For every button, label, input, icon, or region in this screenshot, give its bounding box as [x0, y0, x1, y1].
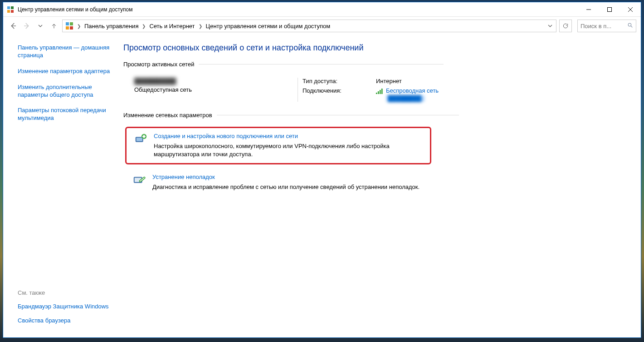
divider [298, 78, 298, 102]
sidebar-link-home[interactable]: Панель управления — домашняя страница [18, 44, 112, 59]
svg-rect-11 [70, 22, 73, 25]
task-description: Настройка широкополосного, коммутируемог… [154, 142, 423, 159]
task-list: Создание и настройка нового подключения … [123, 124, 459, 196]
control-panel-icon [65, 22, 73, 30]
active-networks-header: Просмотр активных сетей [123, 61, 459, 68]
svg-rect-12 [66, 26, 69, 30]
maximize-button[interactable] [599, 2, 620, 17]
task-title[interactable]: Создание и настройка нового подключения … [154, 133, 423, 139]
change-settings-header: Изменение сетевых параметров [123, 112, 459, 119]
see-also-browser[interactable]: Свойства браузера [18, 317, 112, 325]
svg-line-15 [631, 26, 632, 27]
navigation-bar: ❯ Панель управления ❯ Сеть и Интернет ❯ … [3, 17, 641, 35]
back-button[interactable] [8, 20, 19, 31]
address-bar[interactable]: ❯ Панель управления ❯ Сеть и Интернет ❯ … [62, 20, 556, 32]
network-center-window: Центр управления сетями и общим доступом… [3, 2, 641, 338]
svg-rect-24 [142, 136, 146, 137]
svg-rect-5 [608, 7, 612, 11]
change-settings-title: Изменение сетевых параметров [123, 112, 212, 119]
connection-link[interactable]: Беспроводная сеть [386, 87, 439, 94]
network-name: ██████████ [134, 78, 293, 84]
active-network-block: ██████████ Общедоступная сеть Тип доступ… [123, 73, 459, 112]
titlebar: Центр управления сетями и общим доступом [3, 2, 641, 17]
search-box[interactable] [577, 20, 636, 32]
recent-dropdown[interactable] [35, 20, 46, 31]
task-new-connection[interactable]: Создание и настройка нового подключения … [125, 127, 431, 164]
window-controls [578, 2, 641, 17]
chevron-right-icon: ❯ [199, 24, 202, 29]
up-button[interactable] [49, 20, 59, 31]
network-category: Общедоступная сеть [134, 86, 293, 93]
divider [199, 64, 444, 64]
sidebar-link-adapter[interactable]: Изменение параметров адаптера [18, 68, 112, 75]
main-content: Просмотр основных сведений о сети и наст… [119, 35, 641, 337]
connection-cell: Беспроводная сеть ████████) [376, 87, 439, 102]
new-connection-icon [134, 133, 147, 146]
svg-rect-1 [11, 6, 14, 9]
chevron-right-icon: ❯ [77, 24, 81, 29]
svg-rect-21 [137, 138, 142, 141]
task-description: Диагностика и исправление проблем с сеть… [152, 183, 420, 191]
svg-rect-19 [381, 89, 383, 94]
svg-point-14 [628, 23, 631, 26]
window-title: Центр управления сетями и общим доступом [18, 6, 133, 13]
access-type-label: Тип доступа: [302, 78, 371, 84]
svg-rect-3 [11, 10, 14, 13]
task-troubleshoot[interactable]: Устранение неполадок Диагностика и испра… [125, 169, 431, 196]
task-title[interactable]: Устранение неполадок [152, 173, 420, 180]
refresh-button[interactable] [559, 20, 572, 32]
chevron-right-icon: ❯ [142, 24, 146, 29]
svg-rect-10 [66, 22, 69, 25]
troubleshoot-icon [132, 173, 146, 187]
sidebar-footer: См. также Брандмауэр Защитника Windows С… [18, 289, 112, 331]
wifi-signal-icon [376, 89, 383, 94]
svg-rect-13 [70, 26, 73, 30]
address-dropdown[interactable] [545, 20, 555, 31]
active-networks-title: Просмотр активных сетей [123, 61, 194, 68]
sidebar: Панель управления — домашняя страница Из… [3, 35, 119, 337]
svg-rect-16 [376, 93, 377, 94]
search-icon [627, 22, 633, 30]
access-type-value: Интернет [376, 78, 439, 84]
breadcrumb-item[interactable]: Сеть и Интернет [149, 23, 195, 30]
search-input[interactable] [581, 23, 625, 30]
see-also-firewall[interactable]: Брандмауэр Защитника Windows [18, 302, 112, 311]
svg-rect-2 [7, 10, 10, 13]
connections-label: Подключения: [302, 87, 371, 102]
svg-rect-18 [380, 90, 381, 94]
see-also-title: См. также [18, 289, 112, 296]
network-details: Тип доступа: Интернет Подключения: Беспр… [302, 78, 439, 102]
minimize-button[interactable] [578, 2, 599, 17]
sidebar-link-sharing[interactable]: Изменить дополнительные параметры общего… [18, 84, 112, 99]
forward-button[interactable] [21, 20, 32, 31]
divider [217, 115, 459, 115]
page-heading: Просмотр основных сведений о сети и наст… [123, 43, 459, 53]
close-button[interactable] [620, 2, 641, 17]
breadcrumb-item[interactable]: Панель управления [84, 23, 138, 30]
breadcrumb-item[interactable]: Центр управления сетями и общим доступом [206, 23, 331, 30]
content-body: Панель управления — домашняя страница Из… [3, 35, 641, 337]
network-center-icon [7, 6, 14, 13]
connection-ssid[interactable]: ████████) [386, 95, 425, 102]
sidebar-link-streaming[interactable]: Параметры потоковой передачи мультимедиа [18, 107, 112, 122]
svg-rect-17 [378, 91, 379, 94]
svg-rect-0 [7, 6, 10, 9]
network-identity: ██████████ Общедоступная сеть [134, 78, 293, 102]
